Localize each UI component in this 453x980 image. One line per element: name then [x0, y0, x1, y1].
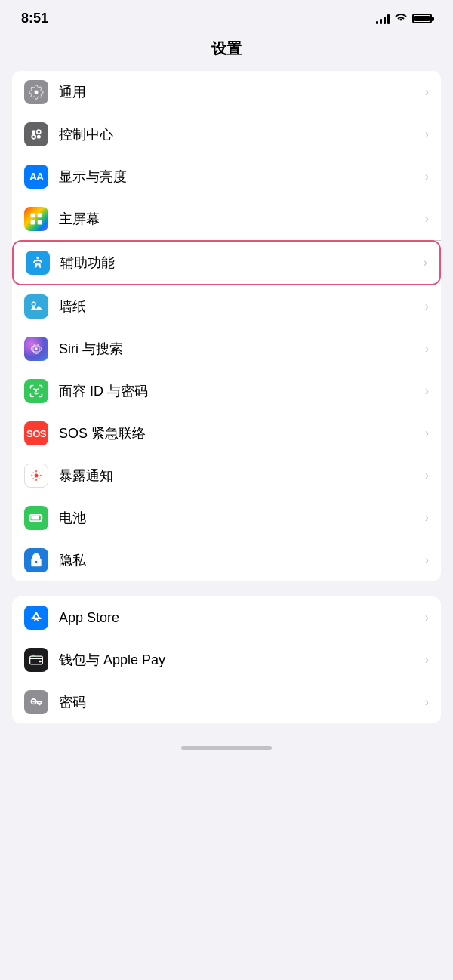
- home-screen-label: 主屏幕: [59, 210, 425, 228]
- settings-section-1: 通用 › 控制中心 › AA 显示与亮度 ›: [12, 71, 441, 581]
- wallpaper-chevron: ›: [425, 300, 429, 313]
- sos-icon: SOS: [24, 421, 48, 445]
- signal-icon: [376, 14, 390, 24]
- svg-point-18: [35, 479, 38, 482]
- privacy-chevron: ›: [425, 553, 429, 567]
- page-title: 设置: [0, 32, 453, 71]
- display-chevron: ›: [425, 170, 429, 183]
- passwords-chevron: ›: [425, 695, 429, 709]
- siri-icon: [24, 337, 48, 361]
- settings-item-app-store[interactable]: App Store ›: [12, 596, 441, 639]
- settings-item-passwords[interactable]: 密码 ›: [12, 681, 441, 723]
- svg-point-9: [32, 302, 35, 306]
- app-store-label: App Store: [59, 610, 425, 626]
- settings-item-general[interactable]: 通用 ›: [12, 71, 441, 113]
- svg-rect-4: [31, 214, 35, 218]
- settings-item-battery[interactable]: 电池 ›: [12, 497, 441, 539]
- wallpaper-label: 墙纸: [59, 297, 425, 316]
- svg-point-20: [40, 475, 42, 477]
- svg-point-2: [32, 135, 35, 139]
- svg-rect-6: [31, 220, 35, 225]
- general-label: 通用: [59, 83, 425, 101]
- face-id-chevron: ›: [425, 384, 429, 398]
- settings-item-control-center[interactable]: 控制中心 ›: [12, 113, 441, 156]
- settings-item-home-screen[interactable]: 主屏幕 ›: [12, 198, 441, 240]
- privacy-icon: [24, 548, 48, 572]
- svg-point-3: [37, 135, 41, 139]
- battery-chevron: ›: [425, 511, 429, 525]
- settings-item-exposure[interactable]: 暴露通知 ›: [12, 455, 441, 497]
- exposure-icon: [24, 464, 48, 488]
- time-display: 8:51: [21, 11, 48, 26]
- privacy-label: 隐私: [59, 551, 425, 569]
- settings-item-wallpaper[interactable]: 墙纸 ›: [12, 285, 441, 328]
- svg-point-12: [35, 347, 37, 350]
- home-indicator: [0, 738, 453, 765]
- svg-point-31: [32, 701, 35, 703]
- svg-point-19: [31, 475, 33, 477]
- control-center-chevron: ›: [425, 128, 429, 141]
- exposure-label: 暴露通知: [59, 467, 425, 485]
- exposure-chevron: ›: [425, 469, 429, 482]
- wifi-icon: [394, 12, 408, 25]
- svg-point-24: [39, 478, 40, 479]
- home-screen-icon: [24, 207, 48, 231]
- siri-label: Siri 与搜索: [59, 340, 425, 358]
- battery-setting-icon: [24, 506, 48, 530]
- svg-point-0: [32, 130, 35, 134]
- svg-rect-26: [42, 516, 43, 519]
- home-screen-chevron: ›: [425, 212, 429, 226]
- svg-point-1: [37, 130, 41, 134]
- wallet-icon: [24, 648, 48, 672]
- svg-rect-5: [38, 214, 42, 218]
- display-icon: AA: [24, 165, 48, 189]
- svg-point-22: [39, 472, 40, 473]
- passwords-icon: [24, 690, 48, 714]
- svg-point-17: [35, 470, 38, 473]
- settings-item-privacy[interactable]: 隐私 ›: [12, 539, 441, 581]
- settings-item-sos[interactable]: SOS SOS 紧急联络 ›: [12, 412, 441, 455]
- settings-item-display[interactable]: AA 显示与亮度 ›: [12, 156, 441, 198]
- siri-chevron: ›: [425, 342, 429, 356]
- wallpaper-icon: [24, 294, 48, 319]
- face-id-icon: [24, 379, 48, 403]
- control-center-icon: [24, 122, 48, 146]
- accessibility-label: 辅助功能: [60, 254, 424, 272]
- svg-rect-29: [39, 661, 41, 663]
- svg-rect-28: [30, 656, 43, 664]
- general-icon: [24, 80, 48, 104]
- wallet-label: 钱包与 Apple Pay: [59, 651, 425, 669]
- svg-point-23: [32, 478, 34, 479]
- settings-item-face-id[interactable]: 面容 ID 与密码 ›: [12, 370, 441, 412]
- face-id-label: 面容 ID 与密码: [59, 382, 425, 400]
- control-center-label: 控制中心: [59, 125, 425, 143]
- passwords-label: 密码: [59, 693, 425, 711]
- app-store-chevron: ›: [425, 611, 429, 624]
- svg-point-8: [36, 257, 39, 259]
- battery-icon: [412, 14, 432, 23]
- svg-rect-27: [31, 516, 39, 520]
- settings-item-wallet[interactable]: 钱包与 Apple Pay ›: [12, 639, 441, 681]
- status-bar: 8:51: [0, 0, 453, 32]
- settings-section-2: App Store › 钱包与 Apple Pay › 密码 ›: [12, 596, 441, 723]
- settings-item-accessibility[interactable]: 辅助功能 ›: [14, 242, 439, 284]
- app-store-icon: [24, 606, 48, 630]
- sos-label: SOS 紧急联络: [59, 424, 425, 442]
- display-label: 显示与亮度: [59, 168, 425, 186]
- svg-point-21: [32, 472, 34, 473]
- battery-label: 电池: [59, 509, 425, 527]
- status-icons: [376, 12, 432, 25]
- sos-chevron: ›: [425, 427, 429, 440]
- general-chevron: ›: [425, 85, 429, 99]
- accessibility-chevron: ›: [424, 256, 427, 270]
- wallet-chevron: ›: [425, 653, 429, 667]
- svg-rect-7: [38, 220, 42, 225]
- settings-item-siri[interactable]: Siri 与搜索 ›: [12, 328, 441, 370]
- accessibility-icon: [26, 251, 50, 275]
- svg-point-16: [35, 474, 39, 478]
